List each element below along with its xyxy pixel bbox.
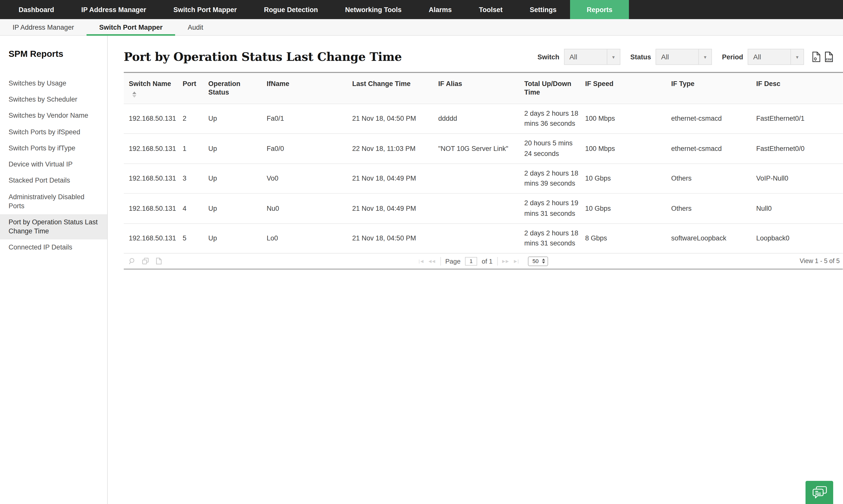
table-cell: 192.168.50.131 (124, 194, 183, 223)
report-switches-by-scheduler[interactable]: Switches by Scheduler (0, 92, 107, 108)
report-port-by-operation-status-last-change-time[interactable]: Port by Operation Status Last Change Tim… (0, 214, 107, 240)
report-switches-by-vendor-name[interactable]: Switches by Vendor Name (0, 108, 107, 124)
table-cell: 22 Nov 18, 11:03 PM (352, 134, 438, 164)
col-last-change-time[interactable]: Last Change Time (352, 73, 438, 104)
table-cell: 21 Nov 18, 04:49 PM (352, 194, 438, 223)
switch-filter: Switch All ▾ (537, 49, 620, 65)
pdf-export-icon[interactable] (812, 51, 821, 62)
divider (497, 257, 498, 266)
chat-launcher-button[interactable] (806, 481, 833, 504)
chevron-down-icon: ▾ (698, 49, 712, 65)
table-cell: Nu0 (267, 194, 352, 223)
table-cell: 2 days 2 hours 19 mins 31 seconds (524, 194, 585, 223)
table-cell: ethernet-csmacd (671, 104, 756, 134)
report-switch-ports-by-ifspeed[interactable]: Switch Ports by ifSpeed (0, 124, 107, 140)
filter-selected-value: All (564, 49, 607, 65)
search-icon[interactable] (128, 258, 135, 265)
reports-sidebar: SPM Reports Switches by UsageSwitches by… (0, 36, 108, 504)
table-cell (438, 223, 524, 253)
nav-dashboard[interactable]: Dashboard (5, 0, 68, 19)
table-cell: Up (208, 194, 267, 223)
subtab-audit[interactable]: Audit (175, 19, 216, 35)
nav-toolset[interactable]: Toolset (465, 0, 516, 19)
page-size-select[interactable]: 50 (528, 256, 548, 266)
report-switches-by-usage[interactable]: Switches by Usage (0, 75, 107, 92)
nav-switch-port-mapper[interactable]: Switch Port Mapper (160, 0, 250, 19)
report-switch-ports-by-iftype[interactable]: Switch Ports by ifType (0, 140, 107, 157)
report-device-with-virtual-ip[interactable]: Device with Virtual IP (0, 157, 107, 173)
filter-select[interactable]: All ▾ (656, 49, 712, 65)
filter-label: Period (722, 53, 743, 60)
report-stacked-port-details[interactable]: Stacked Port Details (0, 173, 107, 189)
table-cell: "NOT 10G Server Link" (438, 134, 524, 164)
table-cell: 2 (183, 104, 208, 134)
subtab-switch-port-mapper[interactable]: Switch Port Mapper (87, 19, 175, 35)
table-cell: Up (208, 104, 267, 134)
filter-select[interactable]: All ▾ (748, 49, 804, 65)
sort-icon (132, 92, 136, 97)
table-cell: 100 Mbps (585, 134, 671, 164)
table-row: 192.168.50.131 3 Up Vo0 21 Nov 18, 04:49… (124, 164, 843, 194)
report-table: Switch Name Port Operation Status IfName… (124, 73, 843, 253)
first-page-button[interactable]: |◀ (418, 259, 424, 264)
report-main: Port by Operation Status Last Change Tim… (108, 36, 843, 504)
subtab-ip-address-manager[interactable]: IP Address Manager (0, 19, 87, 35)
page-title: Port by Operation Status Last Change Tim… (124, 49, 402, 65)
grid-toolbar (124, 258, 162, 265)
export-buttons: csv (812, 51, 833, 62)
filter-select[interactable]: All ▾ (564, 49, 620, 65)
nav-ip-address-manager[interactable]: IP Address Manager (68, 0, 160, 19)
col-total-up-down-time[interactable]: Total Up/Down Time (524, 73, 585, 104)
table-cell: Up (208, 223, 267, 253)
chat-icon (812, 486, 827, 499)
table-cell (438, 164, 524, 194)
report-grid: Switch Name Port Operation Status IfName… (124, 72, 843, 270)
table-cell: FastEthernet0/1 (756, 104, 843, 134)
filter-selected-value: All (656, 49, 698, 65)
table-cell: FastEthernet0/0 (756, 134, 843, 164)
report-administratively-disabled-ports[interactable]: Administratively Disabled Ports (0, 189, 107, 214)
table-cell: Others (671, 164, 756, 194)
next-page-button[interactable]: ▶▶ (502, 259, 509, 264)
copy-icon[interactable] (142, 258, 149, 265)
col-if-desc[interactable]: IF Desc (756, 73, 843, 104)
col-operation-status[interactable]: Operation Status (208, 73, 267, 104)
nav-reports[interactable]: Reports (570, 0, 629, 19)
table-cell: 20 hours 5 mins 24 seconds (524, 134, 585, 164)
col-if-speed[interactable]: IF Speed (585, 73, 671, 104)
table-cell: 192.168.50.131 (124, 223, 183, 253)
table-cell: 5 (183, 223, 208, 253)
table-cell: 1 (183, 134, 208, 164)
table-row: 192.168.50.131 2 Up Fa0/1 21 Nov 18, 04:… (124, 104, 843, 134)
csv-export-icon[interactable]: csv (825, 51, 833, 62)
prev-page-button[interactable]: ◀◀ (428, 259, 436, 264)
table-cell: 2 days 2 hours 18 mins 39 seconds (524, 164, 585, 194)
nav-rogue-detection[interactable]: Rogue Detection (250, 0, 331, 19)
table-cell: 2 days 2 hours 18 mins 31 seconds (524, 223, 585, 253)
table-cell: Lo0 (267, 223, 352, 253)
table-cell: 4 (183, 194, 208, 223)
col-if-alias[interactable]: IF Alias (438, 73, 524, 104)
col-if-type[interactable]: IF Type (671, 73, 756, 104)
filter-label: Switch (537, 53, 559, 60)
filter-selected-value: All (748, 49, 790, 65)
page-number-input[interactable] (465, 257, 477, 266)
page-label: Page (445, 257, 461, 265)
last-page-button[interactable]: ▶| (514, 259, 519, 264)
col-switch-name[interactable]: Switch Name (124, 73, 183, 104)
col-port[interactable]: Port (183, 73, 208, 104)
filter-label: Status (630, 53, 651, 60)
nav-settings[interactable]: Settings (516, 0, 570, 19)
report-header: Port by Operation Status Last Change Tim… (124, 49, 833, 65)
nav-networking-tools[interactable]: Networking Tools (331, 0, 415, 19)
table-cell: 21 Nov 18, 04:50 PM (352, 223, 438, 253)
table-cell: 100 Mbps (585, 104, 671, 134)
sidebar-title: SPM Reports (0, 49, 107, 59)
report-connected-ip-details[interactable]: Connected IP Details (0, 240, 107, 256)
col-ifname[interactable]: IfName (267, 73, 352, 104)
table-cell: 8 Gbps (585, 223, 671, 253)
chevron-down-icon: ▾ (790, 49, 804, 65)
table-cell: 192.168.50.131 (124, 104, 183, 134)
nav-alarms[interactable]: Alarms (415, 0, 465, 19)
file-icon[interactable] (156, 258, 162, 265)
